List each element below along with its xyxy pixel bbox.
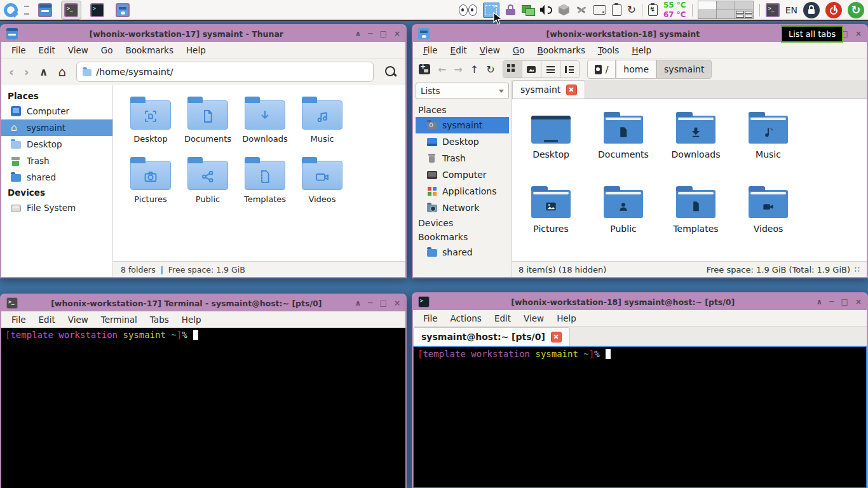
close-button[interactable]: × (855, 29, 862, 38)
folder-desktop[interactable]: Desktop (122, 95, 179, 156)
taskbar-item-pcmanfm[interactable] (113, 1, 132, 19)
breadcrumb-root[interactable]: / (587, 60, 616, 79)
qubes-menu-icon[interactable] (4, 3, 18, 17)
menu-go[interactable]: Go (508, 44, 530, 57)
sidebar-item-shared[interactable]: shared (1, 169, 112, 186)
new-tab-button[interactable] (419, 64, 430, 74)
folder-templates[interactable]: Templates (662, 185, 729, 259)
maximize-button[interactable]: □ (380, 29, 387, 38)
folder-documents[interactable]: Documents (179, 95, 236, 156)
compact-view-button[interactable] (541, 61, 560, 78)
minimize-button[interactable]: ─ (829, 297, 834, 306)
workspace-switcher[interactable] (698, 1, 754, 19)
home-button[interactable]: ⌂ (58, 64, 67, 79)
folder-videos[interactable]: Videos (294, 156, 351, 216)
folder-desktop[interactable]: Desktop (517, 111, 585, 185)
pcmanfm-icon-view[interactable]: Desktop Documents Downloads Music (512, 99, 867, 261)
back-button[interactable]: ‹ (9, 65, 14, 79)
shade-button[interactable]: ∧ (355, 299, 362, 308)
padlock-tray-icon[interactable] (505, 4, 516, 15)
tab-shell[interactable]: sysmaint@host:~ [pts/0] (413, 327, 570, 346)
workspace-6[interactable] (735, 10, 754, 19)
shade-button[interactable]: ∧ (355, 29, 362, 38)
folder-public[interactable]: Public (590, 185, 657, 259)
menu-edit[interactable]: Edit (34, 313, 60, 326)
menu-terminal[interactable]: Terminal (96, 313, 142, 326)
refresh-button[interactable]: ↻ (486, 64, 494, 76)
folder-pictures[interactable]: Pictures (517, 185, 585, 259)
workspace-5[interactable] (716, 10, 735, 19)
workspace-3[interactable] (735, 1, 754, 10)
back-button[interactable]: ← (438, 64, 446, 76)
tab-sysmaint[interactable]: sysmaint (512, 80, 585, 98)
close-button[interactable]: × (394, 299, 400, 308)
shutdown-button[interactable] (825, 2, 842, 18)
folder-pictures[interactable]: Pictures (122, 156, 179, 216)
thunar-icon-view[interactable]: Desktop Documents Downloads Music (113, 85, 405, 261)
workspace-4[interactable] (698, 10, 717, 19)
up-button[interactable]: ↑ (470, 64, 478, 76)
menu-help[interactable]: Help (177, 313, 207, 326)
terminal-tray-icon[interactable] (766, 3, 780, 17)
sidebar-item-network[interactable]: Network (416, 200, 509, 216)
menu-view[interactable]: View (63, 313, 93, 326)
forward-button[interactable]: › (24, 65, 29, 79)
menu-view[interactable]: View (519, 312, 549, 325)
folder-music[interactable]: Music (294, 95, 351, 156)
up-button[interactable]: ∧ (39, 65, 48, 78)
xeyes-icon[interactable] (459, 4, 477, 16)
clipboard-tray-icon[interactable] (612, 4, 621, 16)
breadcrumb-home[interactable]: home (616, 60, 656, 79)
workspace-2[interactable] (716, 1, 735, 10)
terminal-titlebar[interactable]: [whonix-workstation-17] Terminal - sysma… (1, 295, 405, 311)
qubes-clipboard-icon[interactable] (648, 4, 658, 16)
resize-grip[interactable] (854, 266, 860, 273)
volume-icon[interactable] (540, 4, 553, 16)
menu-view[interactable]: View (63, 44, 93, 57)
disconnect-tray-icon[interactable] (575, 4, 587, 15)
menu-file[interactable]: File (6, 313, 31, 326)
shade-button[interactable]: ∧ (817, 297, 823, 306)
close-tab-icon[interactable] (551, 332, 562, 342)
menu-view[interactable]: View (475, 44, 505, 57)
menu-bookmarks[interactable]: Bookmarks (532, 44, 590, 57)
close-tab-icon[interactable] (566, 85, 577, 95)
thumbnail-view-button[interactable] (522, 61, 541, 78)
terminal-view[interactable]: [template workstation sysmaint ~]% (1, 328, 405, 488)
taskbar-item-terminal-xfce[interactable] (61, 1, 81, 20)
taskbar-item-qterminal[interactable] (88, 1, 107, 19)
close-button[interactable]: × (855, 297, 862, 306)
detailed-view-button[interactable] (560, 61, 579, 78)
sidebar-item-computer[interactable]: Computer (1, 103, 112, 119)
thunar-titlebar[interactable]: [whonix-workstation-17] sysmaint - Thuna… (1, 25, 405, 42)
workspace-1[interactable] (698, 1, 717, 10)
sidebar-item-filesystem[interactable]: File System (1, 200, 112, 216)
path-field[interactable]: /home/sysmaint/ (76, 62, 374, 82)
menu-edit[interactable]: Edit (34, 44, 60, 57)
icon-view-button[interactable] (503, 61, 522, 78)
menu-tools[interactable]: Tools (593, 44, 624, 57)
displays-tray-icon[interactable] (522, 4, 534, 16)
folder-music[interactable]: Music (735, 111, 802, 185)
folder-downloads[interactable]: Downloads (236, 95, 294, 156)
sidebar-item-applications[interactable]: Applications (416, 183, 509, 200)
folder-public[interactable]: Public (179, 156, 236, 216)
lock-screen-button[interactable] (803, 2, 820, 18)
sidebar-item-desktop[interactable]: Desktop (416, 133, 509, 150)
maximize-button[interactable]: □ (841, 297, 848, 306)
cube-tray-icon[interactable] (559, 4, 569, 16)
devices-tray-icon[interactable] (593, 5, 606, 15)
taskbar-item-thunar[interactable] (36, 1, 55, 19)
menu-actions[interactable]: Actions (445, 312, 487, 325)
menu-bookmarks[interactable]: Bookmarks (121, 44, 179, 57)
folder-videos[interactable]: Videos (735, 185, 802, 259)
maximize-button[interactable]: □ (380, 299, 387, 308)
folder-documents[interactable]: Documents (590, 111, 657, 185)
breadcrumb-sysmaint[interactable]: sysmaint (656, 60, 712, 79)
sidebar-item-computer[interactable]: Computer (416, 166, 509, 183)
minimize-button[interactable]: ─ (368, 299, 372, 308)
minimize-button[interactable]: ─ (368, 29, 372, 38)
menu-edit[interactable]: Edit (445, 44, 472, 57)
folder-templates[interactable]: Templates (236, 156, 294, 216)
sidebar-item-trash[interactable]: Trash (1, 152, 112, 169)
